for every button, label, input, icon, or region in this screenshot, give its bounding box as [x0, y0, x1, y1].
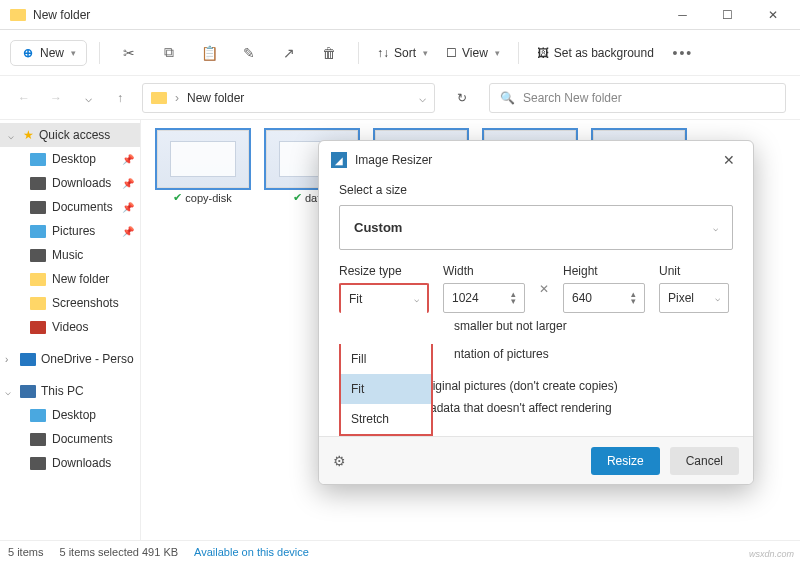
sidebar-item-desktop[interactable]: Desktop📌: [0, 147, 140, 171]
recent-dropdown[interactable]: ⌵: [78, 88, 98, 108]
chevron-down-icon: ▾: [71, 48, 76, 58]
file-item[interactable]: ✔copy-disk: [155, 130, 250, 530]
availability: Available on this device: [194, 546, 309, 558]
paste-button[interactable]: 📋: [192, 39, 226, 67]
folder-icon: [10, 9, 26, 21]
chevron-right-icon: ›: [5, 354, 15, 365]
dialog-title: Image Resizer: [355, 153, 432, 167]
sort-button[interactable]: ↑↓ Sort ▾: [371, 42, 434, 64]
set-background-button[interactable]: 🖼 Set as background: [531, 42, 660, 64]
view-icon: ☐: [446, 46, 457, 60]
sidebar-item-documents[interactable]: Documents📌: [0, 195, 140, 219]
videos-icon: [30, 321, 46, 334]
minimize-button[interactable]: ─: [660, 1, 705, 29]
image-resizer-dialog: ◢ Image Resizer ✕ Select a size Custom ⌵…: [318, 140, 754, 485]
background-icon: 🖼: [537, 46, 549, 60]
chevron-down-icon: ▾: [423, 48, 428, 58]
chevron-right-icon: ›: [175, 91, 179, 105]
pin-icon: 📌: [122, 226, 134, 237]
copy-button[interactable]: ⧉: [152, 39, 186, 67]
resize-type-option-fill[interactable]: Fill: [341, 344, 431, 374]
sidebar-item-downloads[interactable]: Downloads: [0, 451, 140, 475]
sidebar-item-videos[interactable]: Videos: [0, 315, 140, 339]
sidebar-item-downloads[interactable]: Downloads📌: [0, 171, 140, 195]
thumbnail: [157, 130, 249, 188]
chevron-down-icon[interactable]: ⌵: [419, 91, 426, 105]
cut-button[interactable]: ✂: [112, 39, 146, 67]
checkbox-partial-text: ntation of pictures: [454, 347, 733, 361]
unit-label: Unit: [659, 264, 729, 278]
sort-icon: ↑↓: [377, 46, 389, 60]
resize-type-option-stretch[interactable]: Stretch: [341, 404, 431, 434]
close-button[interactable]: ✕: [750, 1, 795, 29]
breadcrumb[interactable]: New folder: [187, 91, 244, 105]
sync-icon: ✔: [293, 191, 302, 204]
folder-icon: [30, 297, 46, 310]
close-button[interactable]: ✕: [717, 148, 741, 172]
new-button[interactable]: ⊕ New ▾: [10, 40, 87, 66]
music-icon: [30, 249, 46, 262]
spinner-icon[interactable]: ▴▾: [511, 291, 516, 305]
chevron-down-icon: ⌵: [713, 223, 718, 233]
checkbox-partial-text: smaller but not larger: [454, 319, 733, 333]
select-size-label: Select a size: [339, 183, 733, 197]
view-button[interactable]: ☐ View ▾: [440, 42, 506, 64]
sidebar-item-newfolder[interactable]: New folder: [0, 267, 140, 291]
sidebar-item-desktop[interactable]: Desktop: [0, 403, 140, 427]
resizer-icon: ◢: [331, 152, 347, 168]
refresh-button[interactable]: ↻: [447, 91, 477, 105]
sidebar-item-thispc[interactable]: ⌵This PC: [0, 379, 140, 403]
size-preset-select[interactable]: Custom ⌵: [339, 205, 733, 250]
resize-type-option-fit[interactable]: Fit: [341, 374, 431, 404]
sidebar-item-documents[interactable]: Documents: [0, 427, 140, 451]
watermark: wsxdn.com: [749, 549, 794, 559]
sidebar-item-screenshots[interactable]: Screenshots: [0, 291, 140, 315]
resize-type-dropdown: Fill Fit Stretch: [339, 344, 433, 436]
sidebar-item-music[interactable]: Music: [0, 243, 140, 267]
maximize-button[interactable]: ☐: [705, 1, 750, 29]
documents-icon: [30, 201, 46, 214]
chevron-down-icon: ▾: [495, 48, 500, 58]
pictures-icon: [30, 225, 46, 238]
address-bar[interactable]: › New folder ⌵: [142, 83, 435, 113]
resize-type-select[interactable]: Fit ⌵: [339, 283, 429, 313]
downloads-icon: [30, 177, 46, 190]
up-button[interactable]: ↑: [110, 88, 130, 108]
unit-select[interactable]: Pixel ⌵: [659, 283, 729, 313]
search-input[interactable]: 🔍 Search New folder: [489, 83, 786, 113]
star-icon: ★: [23, 128, 34, 142]
new-label: New: [40, 46, 64, 60]
separator: [99, 42, 100, 64]
times-icon: ✕: [539, 274, 549, 304]
folder-icon: [30, 273, 46, 286]
share-button[interactable]: ↗: [272, 39, 306, 67]
sidebar-item-pictures[interactable]: Pictures📌: [0, 219, 140, 243]
documents-icon: [30, 433, 46, 446]
rename-button[interactable]: ✎: [232, 39, 266, 67]
cloud-icon: [20, 353, 36, 366]
pin-icon: 📌: [122, 154, 134, 165]
more-button[interactable]: •••: [666, 39, 700, 67]
delete-button[interactable]: 🗑: [312, 39, 346, 67]
desktop-icon: [30, 409, 46, 422]
separator: [358, 42, 359, 64]
sync-icon: ✔: [173, 191, 182, 204]
status-bar: 5 items 5 items selected 491 KB Availabl…: [0, 540, 800, 562]
sidebar-item-onedrive[interactable]: ›OneDrive - Perso: [0, 347, 140, 371]
width-label: Width: [443, 264, 525, 278]
chevron-down-icon: ⌵: [5, 386, 15, 397]
forward-button[interactable]: →: [46, 88, 66, 108]
resize-button[interactable]: Resize: [591, 447, 660, 475]
spinner-icon[interactable]: ▴▾: [631, 291, 636, 305]
cancel-button[interactable]: Cancel: [670, 447, 739, 475]
settings-button[interactable]: ⚙: [333, 453, 346, 469]
quick-access-header[interactable]: ⌵ ★ Quick access: [0, 123, 140, 147]
folder-icon: [151, 92, 167, 104]
width-input[interactable]: 1024 ▴▾: [443, 283, 525, 313]
resize-type-label: Resize type: [339, 264, 429, 278]
pc-icon: [20, 385, 36, 398]
item-count: 5 items: [8, 546, 43, 558]
height-input[interactable]: 640 ▴▾: [563, 283, 645, 313]
chevron-down-icon: ⌵: [715, 293, 720, 303]
back-button[interactable]: ←: [14, 88, 34, 108]
